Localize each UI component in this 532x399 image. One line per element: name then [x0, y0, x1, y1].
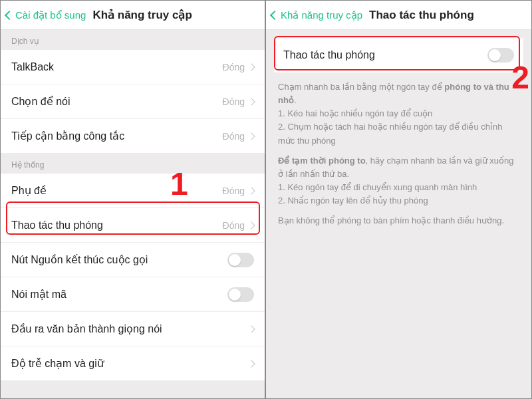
annotation-number: 1 [170, 166, 188, 202]
section-service: Dịch vụ [1, 30, 265, 50]
row-speak-password[interactable]: Nói mật mã [1, 277, 265, 312]
row-tts-output[interactable]: Đầu ra văn bản thành giọng nói [1, 312, 265, 346]
row-magnification[interactable]: Thao tác thu phóng Đóng [1, 208, 265, 243]
header: Cài đặt bổ sung Khả năng truy cập [1, 1, 265, 30]
toggle-off[interactable] [227, 253, 254, 267]
back-button[interactable]: Cài đặt bổ sung [6, 9, 86, 21]
row-magnification-toggle[interactable]: Thao tác thu phóng [274, 38, 523, 72]
row-label: Độ trễ chạm và giữ [11, 357, 104, 370]
chevron-left-icon [5, 10, 14, 19]
description-text: Chạm nhanh ba lần bằng một ngón tay để p… [266, 72, 531, 242]
chevron-right-icon [247, 325, 255, 332]
row-label: Tiếp cận bằng công tắc [11, 130, 124, 142]
annotation-number: 2 [511, 59, 529, 96]
section-system: Hệ thống [1, 154, 265, 174]
chevron-left-icon [270, 10, 279, 19]
row-select-to-speak[interactable]: Chọn để nói Đóng [1, 84, 265, 119]
screen-accessibility-list: Cài đặt bổ sung Khả năng truy cập Dịch v… [1, 1, 266, 398]
row-captions[interactable]: Phụ đề Đóng [1, 174, 265, 208]
row-label: Nút Nguồn kết thúc cuộc gọi [11, 253, 148, 266]
header: Khả năng truy cập Thao tác thu phóng [266, 1, 531, 30]
page-title: Thao tác thu phóng [369, 9, 474, 22]
chevron-right-icon [247, 63, 255, 70]
toggle-off[interactable] [227, 287, 254, 302]
row-label: Phụ đề [11, 184, 47, 197]
row-status: Đóng [223, 96, 245, 107]
row-label: Đầu ra văn bản thành giọng nói [11, 323, 162, 335]
row-label: TalkBack [11, 61, 54, 73]
row-label: Thao tác thu phóng [11, 219, 103, 231]
back-label: Cài đặt bổ sung [15, 9, 86, 21]
toggle-off[interactable] [487, 48, 514, 63]
row-touch-hold-delay[interactable]: Độ trễ chạm và giữ [1, 346, 265, 381]
page-title: Khả năng truy cập [92, 8, 192, 22]
chevron-right-icon [247, 132, 255, 140]
row-label: Chọn để nói [11, 95, 70, 108]
row-label: Nói mật mã [11, 288, 66, 301]
row-status: Đóng [223, 220, 245, 231]
chevron-right-icon [247, 187, 255, 194]
back-button[interactable]: Khả năng truy cập [271, 9, 362, 21]
screen-magnification-detail: Khả năng truy cập Thao tác thu phóng Tha… [266, 1, 531, 398]
row-status: Đóng [223, 186, 245, 196]
row-switch-access[interactable]: Tiếp cận bằng công tắc Đóng [1, 119, 265, 154]
chevron-right-icon [247, 360, 255, 367]
row-status: Đóng [223, 62, 245, 72]
row-status: Đóng [223, 131, 245, 142]
row-label: Thao tác thu phóng [283, 49, 375, 61]
row-talkback[interactable]: TalkBack Đóng [1, 50, 265, 84]
chevron-right-icon [247, 98, 255, 105]
row-power-end-call[interactable]: Nút Nguồn kết thúc cuộc gọi [1, 243, 265, 277]
chevron-right-icon [247, 221, 255, 229]
back-label: Khả năng truy cập [281, 9, 362, 21]
